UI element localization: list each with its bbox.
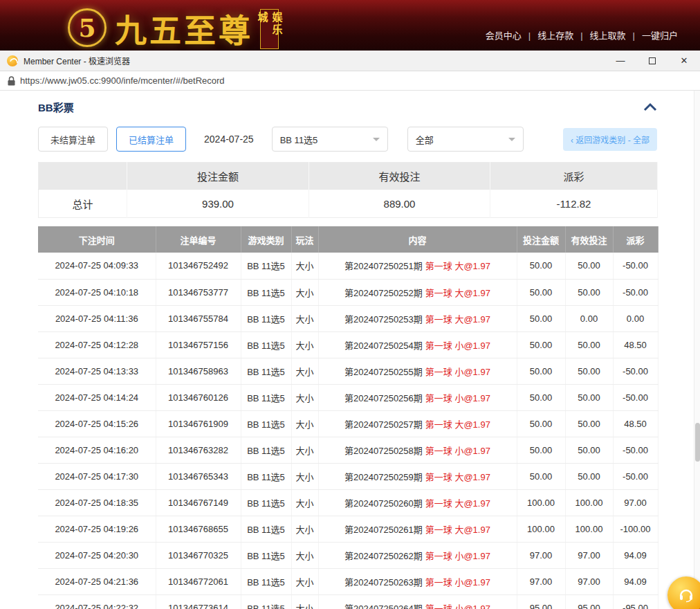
table-row: 2024-07-25 04:17:30101346765343BB 11选5大小…	[38, 463, 658, 489]
cell: 48.50	[613, 410, 658, 437]
cell: 50.00	[517, 437, 565, 463]
cell: 2024-07-25 04:14:24	[38, 384, 156, 410]
cell: 大小	[291, 331, 318, 358]
period-text: 第202407250254期	[344, 340, 423, 351]
maximize-button[interactable]	[636, 51, 668, 71]
cell: 50.00	[517, 463, 565, 489]
cell: BB 11选5	[241, 463, 291, 489]
table-row: 2024-07-25 04:16:20101346763282BB 11选5大小…	[38, 437, 658, 463]
scrollbar-thumb[interactable]	[695, 423, 700, 462]
maximize-icon	[649, 57, 656, 64]
customer-service-chat-button[interactable]	[667, 576, 700, 609]
game-select-value: BB 11选5	[280, 133, 318, 146]
cell: 2024-07-25 04:15:26	[38, 410, 156, 437]
period-text: 第202407250258期	[344, 446, 423, 456]
banner-nav-link[interactable]: 一键归户	[635, 30, 685, 41]
cell: 50.00	[565, 463, 613, 489]
cell: BB 11选5	[241, 437, 291, 463]
pick-text: 第一球 大@1.97	[425, 472, 490, 482]
summary-total-payout: -112.82	[490, 190, 658, 218]
table-row: 2024-07-25 04:19:26101346768655BB 11选5大小…	[38, 516, 658, 542]
period-text: 第202407250255期	[344, 367, 423, 377]
cell: 50.00	[517, 253, 565, 279]
cell-content: 第202407250252期第一球 大@1.97	[318, 279, 517, 305]
cell: 大小	[291, 489, 318, 516]
settled-orders-button[interactable]: 已结算注单	[116, 127, 186, 152]
cell: 101346757156	[156, 331, 241, 358]
cell: 50.00	[565, 331, 613, 358]
scrollbar-track[interactable]	[694, 91, 700, 609]
address-bar[interactable]: https://www.jw05.cc:9900/infe/mcenter/#/…	[0, 71, 700, 91]
cell: BB 11选5	[241, 279, 291, 305]
cell: 50.00	[517, 358, 565, 384]
cell-content: 第202407250264期第一球 小@1.97	[318, 594, 517, 609]
back-to-game-category-link[interactable]: ‹ 返回游戏类别 - 全部	[563, 128, 657, 151]
banner-nav-link[interactable]: 会员中心	[479, 30, 528, 41]
cell-content: 第202407250258期第一球 小@1.97	[318, 437, 517, 463]
table-row: 2024-07-25 04:13:33101346758963BB 11选5大小…	[38, 358, 658, 384]
minimize-button[interactable]: —	[605, 51, 636, 71]
coin-logo-icon: 5	[68, 8, 107, 47]
cell: BB 11选5	[241, 305, 291, 331]
cell: 50.00	[517, 384, 565, 410]
cell-content: 第202407250257期第一球 大@1.97	[318, 410, 517, 437]
scope-select[interactable]: 全部	[407, 127, 524, 152]
pick-text: 第一球 小@1.97	[425, 367, 490, 377]
cell: BB 11选5	[241, 358, 291, 384]
site-logo[interactable]: 5 九五至尊 娱乐城	[68, 5, 279, 51]
cell: BB 11选5	[241, 410, 291, 437]
column-header: 游戏类别	[241, 226, 291, 253]
date-field[interactable]: 2024-07-25	[204, 134, 254, 145]
collapse-chevron-up-icon[interactable]	[643, 102, 657, 111]
pick-text: 第一球 大@1.97	[425, 525, 490, 535]
summary-table: 投注金额 有效投注 派彩 总计 939.00 889.00 -112.82	[38, 162, 658, 218]
cell: 大小	[291, 437, 318, 463]
banner-nav-link[interactable]: 线上取款	[583, 30, 633, 41]
cell: 0.00	[565, 305, 613, 331]
cell: 100.00	[565, 516, 613, 542]
pick-text: 第一球 小@1.97	[425, 603, 490, 609]
site-banner: 5 九五至尊 娱乐城 会员中心|线上存款|线上取款|一键归户	[0, 0, 700, 51]
cell: BB 11选5	[241, 516, 291, 542]
pick-text: 第一球 大@1.97	[425, 288, 490, 298]
filter-toolbar: 未结算注单 已结算注单 2024-07-25 BB 11选5 全部 ‹ 返回游戏…	[38, 127, 657, 152]
period-text: 第202407250259期	[344, 472, 423, 482]
column-header: 注单编号	[156, 226, 241, 253]
unsettled-orders-button[interactable]: 未结算注单	[38, 127, 108, 152]
game-select[interactable]: BB 11选5	[272, 127, 388, 152]
cell: 101346768655	[156, 516, 241, 542]
cell: 48.50	[613, 331, 658, 358]
column-header: 内容	[318, 226, 517, 253]
banner-nav-link[interactable]: 线上存款	[531, 30, 580, 41]
close-button[interactable]: ✕	[668, 51, 700, 71]
cell: 2024-07-25 04:19:26	[38, 516, 156, 542]
cell-content: 第202407250260期第一球 大@1.97	[318, 489, 517, 516]
cell: BB 11选5	[241, 331, 291, 358]
cell: BB 11选5	[241, 384, 291, 410]
cell: 大小	[291, 358, 318, 384]
chevron-down-icon	[373, 138, 380, 141]
column-header: 有效投注	[565, 226, 613, 253]
cell: 2024-07-25 04:17:30	[38, 463, 156, 489]
banner-nav: 会员中心|线上存款|线上取款|一键归户	[479, 28, 685, 42]
cell-content: 第202407250255期第一球 小@1.97	[318, 358, 517, 384]
summary-header-empty	[39, 163, 127, 190]
cell: 大小	[291, 305, 318, 331]
summary-header-row: 投注金额 有效投注 派彩	[39, 163, 658, 190]
window-controls: — ✕	[605, 51, 700, 71]
period-text: 第202407250261期	[344, 525, 423, 535]
cell: 101346755784	[156, 305, 241, 331]
cell: 97.00	[565, 568, 613, 594]
period-text: 第202407250251期	[344, 261, 423, 271]
cell: 100.00	[517, 516, 565, 542]
column-header: 下注时间	[38, 226, 156, 253]
pick-text: 第一球 小@1.97	[425, 340, 490, 351]
lock-icon	[8, 76, 15, 86]
browser-logo-icon	[7, 55, 18, 66]
coin-number: 5	[78, 13, 95, 42]
cell-content: 第202407250263期第一球 小@1.97	[318, 568, 517, 594]
column-header: 派彩	[613, 226, 658, 253]
pick-text: 第一球 大@1.97	[425, 261, 490, 271]
cell: 大小	[291, 384, 318, 410]
summary-header-payout: 派彩	[490, 163, 658, 190]
